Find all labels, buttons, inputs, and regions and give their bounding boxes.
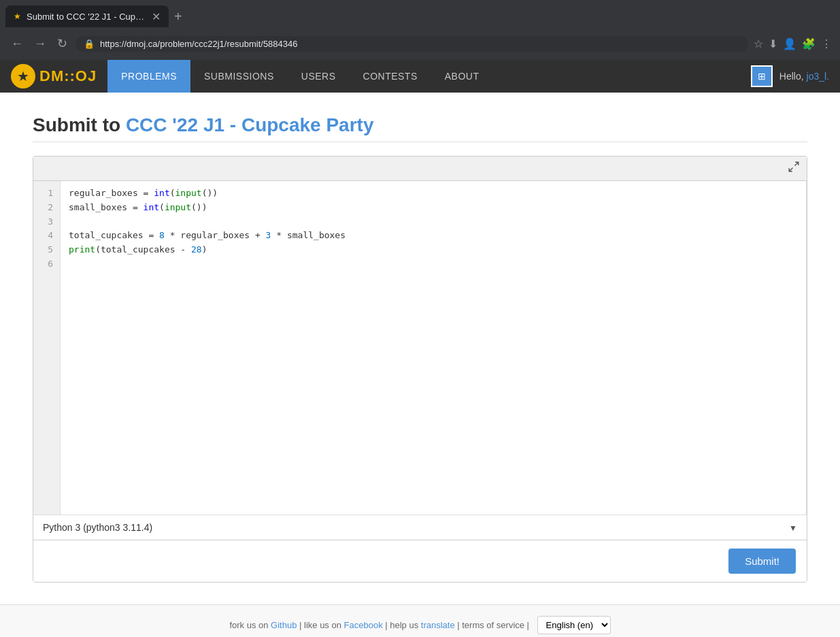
tab-title: Submit to CCC '22 J1 - Cupcake... [27,12,146,22]
nav-about[interactable]: ABOUT [431,60,493,93]
tab-close-button[interactable]: ✕ [152,10,161,23]
code-line-1: regular_boxes = int(input()) [69,186,798,201]
address-bar: ← → ↻ 🔒 https://dmoj.ca/problem/ccc22j1/… [0,27,840,60]
lock-icon: 🔒 [84,39,95,49]
address-input-wrap[interactable]: 🔒 https://dmoj.ca/problem/ccc22j1/resubm… [75,36,748,52]
submit-button[interactable]: Submit! [728,549,796,574]
line-numbers: 1 2 3 4 5 6 [33,181,61,514]
logo-area[interactable]: ★ DM::OJ [0,64,107,88]
footer-github-link[interactable]: Github [271,620,297,630]
nav-contests[interactable]: CONTESTS [350,60,431,93]
svg-line-1 [789,168,792,172]
editor-body: 1 2 3 4 5 6 regular_boxes = int(input())… [33,181,807,514]
footer-facebook-link[interactable]: Facebook [344,620,383,630]
nav-problems[interactable]: PROBLEMS [107,60,190,93]
svg-line-0 [795,162,799,165]
nav-users[interactable]: USERS [288,60,350,93]
back-button[interactable]: ← [8,34,26,54]
logo-text: DM::OJ [39,67,97,85]
new-tab-button[interactable]: + [174,9,182,24]
code-line-4: total_cupcakes = 8 * regular_boxes + 3 *… [69,229,798,243]
download-icon[interactable]: ⬇ [769,37,777,50]
language-select[interactable]: Python 3 (python3 3.11.4) [33,515,807,540]
user-avatar: ⊞ [751,65,773,87]
code-line-5: print(total_cupcakes - 28) [69,243,798,257]
title-divider [33,142,807,142]
nav-submissions[interactable]: SUBMISSIONS [190,60,288,93]
code-line-2: small_boxes = int(input()) [69,201,798,215]
code-editor: 1 2 3 4 5 6 regular_boxes = int(input())… [33,156,807,583]
browser-toolbar-icons: ☆ ⬇ 👤 🧩 ⋮ [754,37,832,50]
site-navbar: ★ DM::OJ PROBLEMS SUBMISSIONS USERS CONT… [0,60,840,93]
editor-divider [806,181,807,514]
tab-favicon: ★ [14,12,21,21]
forward-button[interactable]: → [31,34,49,54]
language-selector-container: Python 3 (python3 3.11.4) [33,514,807,540]
logo-icon: ★ [11,64,35,88]
footer-like-text: | like us on [297,620,343,630]
editor-toolbar [33,157,807,181]
nav-right: ⊞ Hello, jo3_l. [751,65,840,87]
code-textarea[interactable]: regular_boxes = int(input()) small_boxes… [61,181,806,514]
site-footer: fork us on Github | like us on Facebook … [0,604,840,637]
extensions-icon[interactable]: 🧩 [802,37,816,50]
footer-fork-text: fork us on [229,620,271,630]
footer-language-select[interactable]: English (en) [537,616,611,634]
code-line-3 [69,215,798,229]
submit-area: Submit! [33,540,807,582]
bookmarks-icon[interactable]: ☆ [754,37,763,50]
menu-icon[interactable]: ⋮ [821,37,832,50]
page-title: Submit to CCC '22 J1 - Cupcake Party [33,114,807,136]
username[interactable]: jo3_l. [807,71,829,82]
footer-tos-text: | terms of service | [455,620,532,630]
footer-help-text: | help us [383,620,421,630]
code-line-6 [69,257,798,272]
reload-button[interactable]: ↻ [54,33,70,54]
nav-links: PROBLEMS SUBMISSIONS USERS CONTESTS ABOU… [107,60,492,93]
fullscreen-button[interactable] [788,161,800,176]
user-greeting: Hello, jo3_l. [779,71,829,82]
page-content: Submit to CCC '22 J1 - Cupcake Party [0,93,840,604]
browser-tab[interactable]: ★ Submit to CCC '22 J1 - Cupcake... ✕ [5,5,169,27]
footer-translate-link[interactable]: translate [421,620,455,630]
profile-icon[interactable]: 👤 [783,37,796,50]
url-display: https://dmoj.ca/problem/ccc22j1/resubmit… [100,39,740,49]
problem-link[interactable]: CCC '22 J1 - Cupcake Party [126,114,374,135]
